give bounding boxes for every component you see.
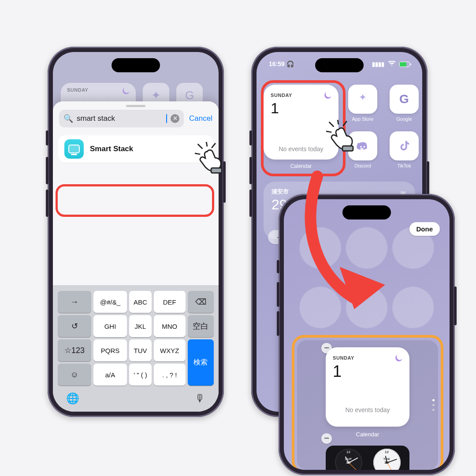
calendar-date: 1 [271,100,331,117]
key-ghi[interactable]: GHI [93,315,127,337]
moon-icon [324,92,331,99]
calendar-day: SUNDAY [271,93,292,98]
moon-icon [123,87,130,94]
app-tiktok-label: TikTok [397,163,411,168]
phone-stack-editor: Done − SUNDAY 1 No events today Calendar… [279,194,455,475]
widget-search-sheet: 🔍 smart stack ✕ Cancel Smart Stack → @#/… [53,101,219,412]
app-tiktok[interactable] [390,131,419,160]
key-case[interactable]: a/A [93,364,127,386]
stack-calendar-widget[interactable]: SUNDAY 1 No events today [326,347,409,427]
sheet-grabber[interactable] [126,105,145,107]
text-caret [166,114,167,123]
battery-icon [399,62,410,67]
clear-search-icon[interactable]: ✕ [171,114,179,123]
dynamic-island [112,58,160,72]
search-result-smart-stack[interactable]: Smart Stack [58,135,213,163]
key-punct[interactable]: . , ? ! [154,364,186,386]
calendar-date: 1 [333,362,402,381]
key-undo[interactable]: ↺ [58,315,91,337]
clock-face-right: 12 3 6 9 TOK [373,449,401,470]
key-pqrs[interactable]: PQRS [93,339,127,361]
key-symbols[interactable]: @#/&_ [93,291,127,313]
calendar-widget[interactable]: SUNDAY 1 No events today [264,85,338,160]
remove-widget-button[interactable]: − [321,433,332,444]
app-google-label: Google [396,116,412,122]
key-quotes[interactable]: ' " ( ) [129,364,152,386]
done-button[interactable]: Done [409,222,440,236]
key-mno[interactable]: MNO [154,315,186,337]
key-space[interactable]: 空白 [188,315,214,337]
search-result-label: Smart Stack [90,145,133,153]
app-appstore[interactable] [348,85,377,114]
key-backspace[interactable]: ⌫ [188,291,214,313]
signal-icon: ▮▮▮▮ [372,61,384,67]
calendar-events: No events today [271,145,331,152]
key-abc[interactable]: ABC [129,291,152,313]
app-appstore-label: App Store [352,116,374,122]
calendar-day: SUNDAY [333,355,354,361]
smart-stack-icon [64,139,84,159]
annotation-highlight-result [56,184,214,217]
dynamic-island [315,58,364,72]
key-wxyz[interactable]: WXYZ [154,339,186,361]
bg-cal-day: SUNDAY [67,87,88,103]
search-query: smart stack [77,114,163,123]
moon-icon [395,354,402,361]
stack-page-indicator[interactable] [432,399,435,411]
dictation-icon[interactable]: 🎙 [195,392,205,405]
headphones-icon: 🎧 [286,60,294,67]
globe-icon[interactable]: 🌐 [66,392,79,405]
key-mode[interactable]: ☆123 [58,339,91,361]
wifi-icon [388,61,397,67]
phone-search-widgets: SUNDAY ✦ G 🔍 smart stack ✕ Cancel Smart … [48,47,224,417]
software-keyboard[interactable]: → @#/&_ ABC DEF ⌫ ↺ GHI JKL MNO 空白 ☆ [53,285,219,412]
app-google[interactable]: G [390,85,419,114]
key-tuv[interactable]: TUV [129,339,152,361]
stack-clock-widget[interactable]: 12 3 6 9 CUP 12 3 6 9 [326,446,409,470]
google-g-icon: G [399,92,409,106]
calendar-events: No events today [333,406,402,413]
key-search[interactable]: 検索 [188,339,214,386]
key-def[interactable]: DEF [154,291,186,313]
app-discord[interactable] [348,131,377,160]
widget-search-field[interactable]: 🔍 smart stack ✕ [59,110,184,127]
dynamic-island [342,205,391,219]
key-jkl[interactable]: JKL [129,315,152,337]
app-discord-label: Discord [354,163,371,168]
stack-calendar-label: Calendar [356,431,379,438]
key-next[interactable]: → [58,291,91,313]
clock-face-left: 12 3 6 9 CUP [335,449,362,470]
status-time: 16:59 [269,60,285,67]
cancel-button[interactable]: Cancel [189,114,212,123]
calendar-widget-label: Calendar [264,163,338,169]
smart-stack-editor[interactable]: − SUNDAY 1 No events today Calendar − 12… [297,340,438,470]
key-emoji[interactable]: ☺ [58,364,91,386]
search-icon: 🔍 [63,114,73,123]
